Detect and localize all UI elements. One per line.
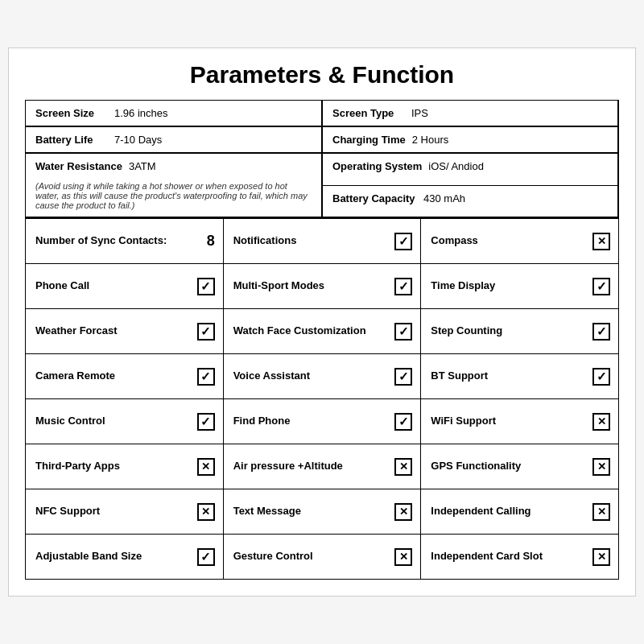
feature-label: Multi-Sport Modes: [233, 279, 390, 293]
feature-cell: Camera Remote: [26, 354, 224, 399]
checkbox-checked: [394, 413, 412, 431]
battery-life-value: 7-10 Days: [114, 134, 162, 146]
checkbox-checked: [394, 368, 412, 386]
screen-type-label: Screen Type: [332, 107, 405, 119]
feature-label: Step Counting: [431, 324, 588, 338]
feature-label: Music Control: [35, 415, 192, 428]
checkbox-checked: [394, 233, 412, 250]
checkbox-crossed: [592, 548, 610, 566]
feature-cell: Third-Party Apps: [26, 444, 224, 489]
feature-cell: Compass: [421, 219, 619, 264]
checkbox-crossed: [592, 413, 610, 431]
feature-label: Number of Sync Contacts:: [35, 234, 199, 248]
water-resistance-value: 3ATM: [129, 160, 156, 172]
screen-size-label: Screen Size: [35, 107, 108, 119]
charging-time-cell: Charging Time 2 Hours: [322, 127, 618, 153]
feature-cell: Independent Card Slot: [421, 535, 619, 580]
battery-capacity-value: 430 mAh: [423, 192, 465, 204]
feature-cell: Watch Face Customization: [224, 309, 422, 354]
feature-cell: GPS Functionality: [421, 444, 619, 489]
feature-label: Find Phone: [233, 415, 390, 428]
feature-cell: Independent Calling: [421, 489, 619, 535]
feature-label: Weather Forcast: [35, 324, 192, 338]
feature-cell: Notifications: [224, 219, 422, 264]
checkbox-crossed: [394, 458, 412, 476]
checkbox-crossed: [197, 458, 215, 476]
checkbox-checked: [197, 548, 215, 566]
checkbox-checked: [197, 413, 215, 431]
checkbox-crossed: [394, 503, 412, 521]
feature-label: Camera Remote: [35, 369, 192, 383]
checkbox-crossed: [394, 548, 412, 566]
feature-label: Phone Call: [35, 279, 192, 293]
feature-cell: Music Control: [26, 399, 224, 444]
checkbox-crossed: [197, 503, 215, 521]
feature-cell: Multi-Sport Modes: [224, 264, 422, 309]
feature-label: Compass: [431, 234, 588, 248]
battery-life-cell: Battery Life 7-10 Days: [26, 127, 322, 153]
feature-cell: Number of Sync Contacts:8: [26, 219, 224, 264]
feature-label: Independent Card Slot: [431, 550, 588, 564]
battery-capacity-cell: Battery Capacity 430 mAh: [323, 186, 618, 218]
checkbox-checked: [394, 323, 412, 341]
checkbox-crossed: [592, 458, 610, 476]
feature-cell: Step Counting: [421, 309, 619, 354]
checkbox-checked: [197, 368, 215, 386]
water-resistance-label: Water Resistance: [35, 160, 122, 172]
feature-label: Air pressure +Altitude: [233, 460, 390, 473]
os-cell: Operating System iOS/ Andiod: [323, 154, 618, 186]
feature-label: Independent Calling: [431, 505, 588, 518]
feature-cell: Time Display: [421, 264, 619, 309]
screen-size-cell: Screen Size 1.96 inches: [26, 101, 322, 126]
feature-label: Gesture Control: [233, 550, 390, 564]
charging-time-value: 2 Hours: [412, 134, 449, 146]
water-resistance-cell: Water Resistance 3ATM (Avoid using it wh…: [26, 154, 322, 217]
feature-value: 8: [207, 233, 215, 250]
feature-cell: Find Phone: [224, 399, 422, 444]
feature-label: Voice Assistant: [233, 369, 390, 383]
water-note: (Avoid using it while taking a hot showe…: [35, 181, 312, 210]
feature-label: NFC Support: [35, 505, 192, 518]
feature-cell: Text Message: [224, 489, 422, 535]
feature-label: Third-Party Apps: [35, 460, 192, 473]
page-title: Parameters & Function: [25, 61, 619, 89]
feature-cell: NFC Support: [26, 489, 224, 535]
battery-capacity-label: Battery Capacity: [332, 192, 417, 204]
checkbox-checked: [394, 278, 412, 295]
battery-life-label: Battery Life: [35, 134, 108, 146]
charging-time-label: Charging Time: [332, 134, 406, 146]
feature-label: Text Message: [233, 505, 390, 518]
screen-size-value: 1.96 inches: [114, 107, 168, 119]
feature-label: WiFi Support: [431, 415, 588, 428]
screen-type-cell: Screen Type IPS: [322, 101, 618, 126]
screen-type-value: IPS: [411, 107, 428, 119]
checkbox-crossed: [592, 233, 610, 250]
feature-label: Watch Face Customization: [233, 324, 390, 338]
feature-cell: Voice Assistant: [224, 354, 422, 399]
feature-cell: WiFi Support: [421, 399, 619, 444]
feature-grid: Number of Sync Contacts:8NotificationsCo…: [25, 218, 619, 580]
checkbox-crossed: [592, 503, 610, 521]
feature-cell: BT Support: [421, 354, 619, 399]
feature-label: Time Display: [431, 279, 588, 293]
feature-label: BT Support: [431, 369, 588, 383]
checkbox-checked: [592, 368, 610, 386]
checkbox-checked: [197, 278, 215, 295]
feature-cell: Air pressure +Altitude: [224, 444, 422, 489]
feature-label: GPS Functionality: [431, 460, 588, 473]
feature-cell: Phone Call: [26, 264, 224, 309]
os-label: Operating System: [332, 160, 422, 172]
feature-cell: Gesture Control: [224, 535, 422, 580]
checkbox-checked: [592, 278, 610, 295]
checkbox-checked: [592, 323, 610, 341]
feature-cell: Adjustable Band Size: [26, 535, 224, 580]
feature-cell: Weather Forcast: [26, 309, 224, 354]
feature-label: Notifications: [233, 234, 390, 248]
os-value: iOS/ Andiod: [428, 160, 484, 172]
feature-label: Adjustable Band Size: [35, 550, 192, 564]
checkbox-checked: [197, 323, 215, 341]
main-container: Parameters & Function Screen Size 1.96 i…: [8, 47, 636, 597]
